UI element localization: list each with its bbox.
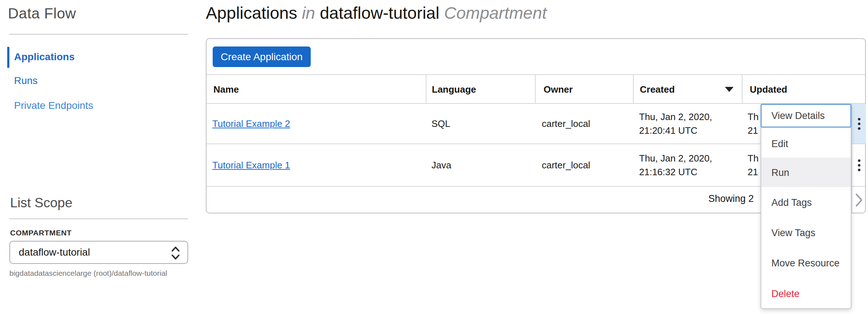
compartment-label: COMPARTMENT [10,229,72,237]
divider [9,218,188,219]
dataflow-console-screen: Data Flow Applications Runs Private Endp… [0,0,868,314]
compartment-select-value: dataflow-tutorial [19,242,90,263]
create-application-button[interactable]: Create Application [213,47,311,67]
page-title-in: in [302,3,315,22]
next-page-button[interactable] [852,187,866,213]
column-header-updated[interactable]: Updated [750,83,787,96]
menu-item-add-tags[interactable]: Add Tags [771,196,812,209]
column-header-owner[interactable]: Owner [544,83,573,96]
page-title-compartment-name: dataflow-tutorial [320,3,439,22]
column-header-name[interactable]: Name [213,83,239,96]
row-actions-context-menu: View Details Edit Run Add Tags View Tags… [761,104,851,309]
select-updown-icon [171,246,180,260]
language-cell: SQL [431,117,450,130]
page-title-main: Applications [206,3,297,22]
application-link[interactable]: Tutorial Example 2 [212,117,290,130]
column-separator [742,74,743,104]
column-separator [633,74,634,104]
sidebar-title: Data Flow [8,5,76,22]
created-cell: Thu, Jan 2, 2020,21:20:41 UTC [639,110,712,137]
owner-cell: carter_local [542,117,590,130]
row-actions-cell [852,144,866,186]
sidebar-item-private-endpoints[interactable]: Private Endpoints [14,99,93,112]
sidebar-item-runs[interactable]: Runs [14,74,37,87]
column-separator [426,74,426,104]
compartment-select[interactable]: dataflow-tutorial [9,241,188,264]
menu-item-delete[interactable]: Delete [771,287,800,301]
language-cell: Java [431,159,451,172]
menu-item-move-resource[interactable]: Move Resource [771,256,840,270]
menu-item-edit[interactable]: Edit [771,137,788,151]
updated-cell: Th21 [748,151,758,179]
compartment-path: bigdatadatasciencelarge (root)/dataflow-… [9,269,167,278]
page-title-compartment-word: Compartment [444,3,547,22]
kebab-icon[interactable] [852,144,866,186]
column-header-language[interactable]: Language [432,83,476,96]
showing-items-text: Showing 2 [708,193,754,204]
list-scope-title: List Scope [10,195,72,211]
column-header-created[interactable]: Created [640,83,675,96]
owner-cell: carter_local [542,159,590,172]
divider [207,74,865,75]
created-cell: Thu, Jan 2, 2020,21:16:32 UTC [639,151,712,179]
menu-item-view-tags[interactable]: View Tags [771,226,815,240]
kebab-icon[interactable] [852,104,866,143]
active-nav-indicator [7,47,9,68]
application-link[interactable]: Tutorial Example 1 [212,159,290,172]
sort-descending-icon[interactable] [725,87,734,92]
row-actions-cell [852,104,866,143]
menu-item-run[interactable]: Run [771,166,789,180]
sidebar-item-applications[interactable]: Applications [14,50,75,63]
menu-item-view-details[interactable]: View Details [771,109,825,123]
column-separator [535,74,536,104]
next-page-icon [855,193,863,207]
divider [9,34,188,35]
page-title: Applications in dataflow-tutorial Compar… [206,3,547,23]
updated-cell: Th21 [748,110,758,137]
